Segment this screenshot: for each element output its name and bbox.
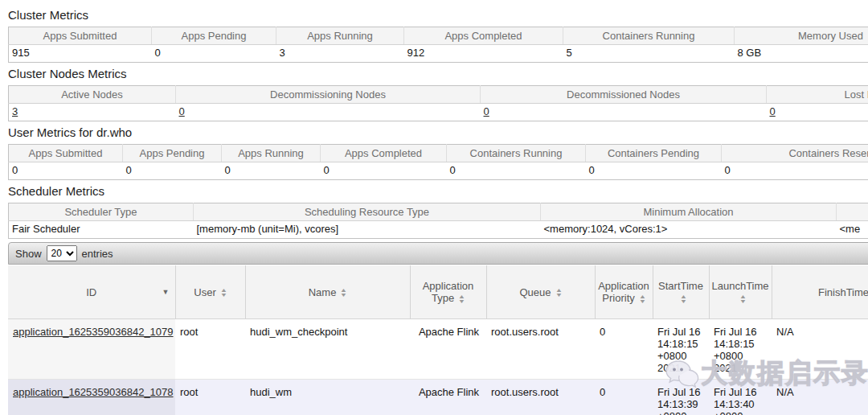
sort-icon: ▲▼	[640, 294, 645, 304]
cell-application-priority: 0	[595, 319, 653, 380]
cluster-nodes-metrics-table: Active Nodes Decommissioning Nodes Decom…	[8, 85, 868, 121]
header-scheduling-resource-type: Scheduling Resource Type	[194, 203, 541, 221]
cell-starttime: Fri Jul 16 14:18:15 +0800 2021	[653, 319, 709, 380]
sort-icon: ▲▼	[681, 294, 686, 304]
value-apps-completed: 912	[404, 45, 563, 63]
header-decommissioned-nodes: Decommissioned Nodes	[481, 86, 767, 104]
cell-launchtime: Fri Jul 16 14:13:40 +0800 2021	[709, 380, 772, 415]
header-containers-running: Containers Running	[563, 27, 735, 45]
column-header-user[interactable]: User▲▼	[175, 265, 245, 319]
header-user-containers-reserved: Containers Reserved	[722, 145, 868, 162]
cluster-metrics-title: Cluster Metrics	[8, 8, 868, 22]
value-user-containers-reserved: 0	[722, 162, 868, 180]
applications-table: ID ▼ User▲▼ Name▲▼ Application Type▲▼ Qu…	[8, 265, 868, 415]
cell-application-type: Apache Flink	[410, 319, 486, 380]
header-user-apps-pending: Apps Pending	[123, 145, 222, 162]
header-user-containers-pending: Containers Pending	[586, 145, 722, 162]
column-header-queue[interactable]: Queue▲▼	[486, 265, 595, 319]
value-maximum-allocation: <me	[837, 221, 868, 239]
value-minimum-allocation: <memory:1024, vCores:1>	[541, 221, 837, 239]
column-header-application-type[interactable]: Application Type▲▼	[410, 265, 486, 319]
lost-nodes-link[interactable]: 0	[770, 105, 776, 117]
cell-finishtime: N/A	[772, 319, 868, 380]
scheduler-metrics-table: Scheduler Type Scheduling Resource Type …	[8, 203, 868, 239]
cell-user: root	[175, 319, 245, 380]
sort-icon: ▲▼	[221, 288, 227, 298]
applications-header-row: ID ▼ User▲▼ Name▲▼ Application Type▲▼ Qu…	[8, 265, 868, 319]
header-apps-completed: Apps Completed	[404, 27, 563, 45]
value-containers-running: 5	[563, 45, 735, 63]
cell-user: root	[175, 380, 245, 415]
application-id-link[interactable]: application_1625359036842_1079	[13, 326, 174, 338]
cell-name: hudi_wm_checkpoint	[245, 319, 410, 380]
application-row: application_1625359036842_1079 root hudi…	[8, 319, 868, 380]
value-scheduling-resource-type: [memory-mb (unit=Mi), vcores]	[194, 221, 541, 239]
value-user-containers-running: 0	[447, 162, 586, 180]
decommissioned-nodes-link[interactable]: 0	[484, 105, 489, 117]
user-metrics-value-row: 0 0 0 0 0 0 0	[9, 162, 868, 180]
header-active-nodes: Active Nodes	[9, 86, 176, 104]
header-scheduler-type: Scheduler Type	[9, 203, 194, 221]
value-user-apps-completed: 0	[321, 162, 447, 180]
header-user-apps-completed: Apps Completed	[321, 145, 447, 162]
column-header-finishtime[interactable]: FinishTime▲▼	[772, 265, 868, 319]
value-scheduler-type: Fair Scheduler	[9, 221, 194, 239]
value-user-apps-pending: 0	[123, 162, 222, 180]
cluster-metrics-table: Apps Submitted Apps Pending Apps Running…	[8, 27, 868, 63]
cluster-nodes-metrics-title: Cluster Nodes Metrics	[8, 67, 868, 80]
header-minimum-allocation: Minimum Allocation	[541, 203, 837, 221]
value-user-apps-running: 0	[222, 162, 321, 180]
scheduler-metrics-title: Scheduler Metrics	[8, 184, 868, 198]
application-row: application_1625359036842_1078 root hudi…	[8, 380, 868, 415]
cell-finishtime: N/A	[772, 380, 868, 415]
header-memory-used: Memory Used	[735, 27, 868, 45]
application-id-link[interactable]: application_1625359036842_1078	[13, 386, 174, 398]
scheduler-metrics-value-row: Fair Scheduler [memory-mb (unit=Mi), vco…	[9, 221, 868, 239]
cell-queue: root.users.root	[486, 380, 595, 415]
header-apps-running: Apps Running	[276, 27, 404, 45]
header-lost-nodes: Lost Nodes	[767, 86, 868, 104]
column-header-application-priority[interactable]: Application Priority▲▼	[595, 265, 653, 319]
header-user-containers-running: Containers Running	[447, 145, 586, 162]
user-metrics-header-row: Apps Submitted Apps Pending Apps Running…	[9, 145, 868, 162]
show-label: Show	[15, 248, 42, 260]
table-length-toolbar: Show 20 entries	[8, 242, 868, 265]
active-nodes-link[interactable]: 3	[12, 105, 18, 117]
value-apps-running: 3	[276, 45, 404, 63]
yarn-resourcemanager-page: Cluster Metrics Apps Submitted Apps Pend…	[0, 0, 868, 415]
cluster-metrics-header-row: Apps Submitted Apps Pending Apps Running…	[9, 27, 868, 45]
entries-label: entries	[82, 248, 113, 260]
decommissioning-nodes-link[interactable]: 0	[179, 105, 185, 117]
header-apps-pending: Apps Pending	[152, 27, 276, 45]
cell-name: hudi_wm	[245, 380, 410, 415]
column-header-starttime[interactable]: StartTime▲▼	[653, 265, 709, 319]
value-apps-pending: 0	[152, 45, 276, 63]
scheduler-metrics-header-row: Scheduler Type Scheduling Resource Type …	[9, 203, 868, 221]
value-user-containers-pending: 0	[586, 162, 722, 180]
value-apps-submitted: 915	[9, 45, 152, 63]
header-maximum-allocation	[837, 203, 868, 221]
cell-starttime: Fri Jul 16 14:13:39 +0800 2021	[653, 380, 709, 415]
sort-icon: ▲▼	[341, 288, 346, 298]
header-apps-submitted: Apps Submitted	[9, 27, 152, 45]
cluster-nodes-value-row: 3 0 0 0	[9, 104, 868, 121]
column-header-id[interactable]: ID ▼	[8, 265, 175, 319]
sort-icon: ▲▼	[556, 288, 562, 298]
column-header-name[interactable]: Name▲▼	[245, 265, 410, 319]
user-metrics-table: Apps Submitted Apps Pending Apps Running…	[8, 144, 868, 180]
cell-application-type: Apache Flink	[410, 380, 486, 415]
value-memory-used: 8 GB	[735, 45, 868, 63]
sort-icon: ▲▼	[740, 294, 746, 304]
cluster-metrics-value-row: 915 0 3 912 5 8 GB	[9, 45, 868, 63]
header-user-apps-running: Apps Running	[222, 145, 321, 162]
cell-queue: root.users.root	[486, 319, 595, 380]
cell-application-priority: 0	[595, 380, 653, 415]
header-decommissioning-nodes: Decommissioning Nodes	[176, 86, 481, 104]
page-size-select[interactable]: 20	[47, 245, 77, 261]
cell-launchtime: Fri Jul 16 14:18:15 +0800 2021	[709, 319, 772, 380]
header-user-apps-submitted: Apps Submitted	[9, 145, 123, 162]
user-metrics-title: User Metrics for dr.who	[8, 125, 868, 139]
column-header-launchtime[interactable]: LaunchTime▲▼	[709, 265, 772, 319]
value-user-apps-submitted: 0	[9, 162, 123, 180]
sorted-desc-icon: ▼	[162, 288, 170, 296]
